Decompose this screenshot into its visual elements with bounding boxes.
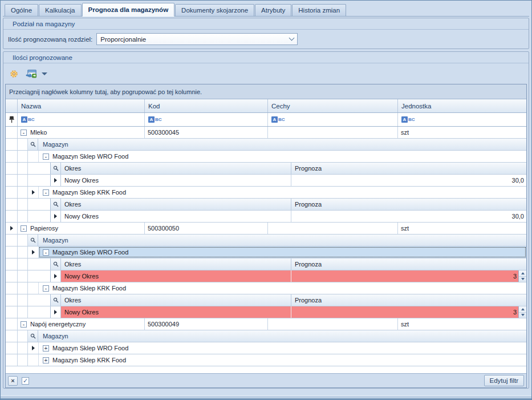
column-header-jednostka[interactable]: Jednostka bbox=[398, 99, 526, 112]
column-header-row: Nazwa Kod Cechy Jednostka bbox=[6, 99, 526, 113]
row-indicator-icon bbox=[28, 187, 39, 198]
magnifier-icon bbox=[28, 235, 38, 246]
tab-kalkulacja[interactable]: Kalkulacja bbox=[39, 4, 81, 16]
chevron-down-icon bbox=[289, 35, 295, 41]
product-row-napoj-energetyczny[interactable]: -Napój energetyczny 500300049 szt bbox=[6, 318, 526, 330]
filter-enabled-checkbox[interactable]: ✓ bbox=[22, 377, 29, 385]
filter-pin-icon[interactable] bbox=[6, 113, 18, 126]
forecast-groupbox: Ilości prognozowane bbox=[3, 51, 529, 389]
period-name: Nowy Okres bbox=[61, 306, 291, 318]
collapse-icon[interactable]: - bbox=[21, 225, 27, 232]
band-header-magazyn[interactable]: Magazyn bbox=[28, 235, 526, 246]
subcolumn-header-okres[interactable]: Okres bbox=[61, 199, 291, 210]
warehouse-row-krk-food-collapsed[interactable]: +Magazyn Sklep KRK Food bbox=[6, 354, 526, 366]
clear-filter-button[interactable]: × bbox=[8, 376, 18, 386]
toolbar-dropdown-caret-icon[interactable] bbox=[42, 72, 47, 75]
band-header-magazyn[interactable]: Magazyn bbox=[28, 139, 526, 150]
spinner-up-button[interactable] bbox=[519, 306, 526, 313]
collapse-icon[interactable]: - bbox=[43, 249, 49, 256]
warehouse-name: Magazyn Sklep WRO Food bbox=[52, 249, 128, 256]
product-features bbox=[268, 127, 398, 138]
row-indicator-icon bbox=[28, 247, 39, 258]
warehouse-row-krk-food[interactable]: -Magazyn Sklep KRK Food bbox=[6, 282, 526, 294]
edit-filter-button[interactable]: Edytuj filtr bbox=[484, 375, 525, 386]
tab-dokumenty-skojarzone[interactable]: Dokumenty skojarzone bbox=[175, 4, 254, 16]
expand-icon[interactable]: + bbox=[43, 357, 49, 363]
product-row-mleko[interactable]: -Mleko 500300045 szt bbox=[6, 127, 526, 139]
value-spinner bbox=[518, 270, 526, 282]
product-features bbox=[268, 223, 398, 234]
warehouse-name: Magazyn Sklep KRK Food bbox=[52, 189, 126, 196]
subcolumn-header-okres[interactable]: Okres bbox=[61, 163, 291, 174]
collapse-icon[interactable]: - bbox=[43, 153, 49, 160]
subcolumn-header-okres[interactable]: Okres bbox=[61, 294, 291, 306]
tab-atrybuty[interactable]: Atrybuty bbox=[255, 4, 291, 16]
group-by-panel[interactable]: Przeciągnij nagłówek kolumny tutaj, aby … bbox=[6, 84, 526, 99]
row-indicator-gutter bbox=[6, 127, 18, 138]
subcolumn-header-prognoza[interactable]: Prognoza bbox=[291, 294, 526, 306]
product-name: Papierosy bbox=[30, 225, 58, 232]
spinner-down-button[interactable] bbox=[519, 313, 526, 318]
warehouse-name: Magazyn Sklep WRO Food bbox=[52, 345, 128, 351]
forecast-groupbox-title: Ilości prognozowane bbox=[3, 52, 529, 63]
column-header-nazwa[interactable]: Nazwa bbox=[18, 99, 145, 112]
export-grid-icon[interactable] bbox=[26, 70, 37, 78]
warehouse-row-wro-food[interactable]: -Magazyn Sklep WRO Food bbox=[6, 151, 526, 163]
forecast-value-editor[interactable]: 3 bbox=[291, 270, 526, 282]
filter-input-jednostka[interactable]: ABC bbox=[398, 113, 526, 126]
row-indicator-gutter bbox=[28, 282, 39, 294]
subcolumn-header-prognoza[interactable]: Prognoza bbox=[291, 199, 526, 210]
product-name: Napój energetyczny bbox=[30, 321, 86, 328]
tab-bar: Ogólne Kalkulacja Prognoza dla magazynów… bbox=[3, 2, 529, 17]
spinner-up-button[interactable] bbox=[519, 270, 526, 277]
division-groupbox-title: Podział na magazyny bbox=[3, 18, 529, 30]
collapse-icon[interactable]: - bbox=[21, 130, 27, 136]
row-indicator-gutter bbox=[28, 151, 39, 162]
product-row-papierosy[interactable]: -Papierosy 500300050 szt bbox=[6, 223, 526, 235]
filter-input-nazwa[interactable]: ABC bbox=[18, 113, 145, 126]
expand-icon[interactable]: + bbox=[43, 345, 49, 351]
distribution-combobox[interactable]: Proporcjonalnie bbox=[96, 33, 298, 45]
tab-ogolne[interactable]: Ogólne bbox=[5, 4, 38, 16]
forecast-value[interactable]: 30,0 bbox=[291, 211, 526, 222]
period-name: Nowy Okres bbox=[61, 175, 291, 186]
magnifier-icon bbox=[51, 258, 61, 270]
product-unit: szt bbox=[398, 223, 526, 234]
forecast-value[interactable]: 30,0 bbox=[291, 175, 526, 186]
period-row-alert[interactable]: Nowy Okres 3 bbox=[6, 270, 526, 282]
tab-historia-zmian[interactable]: Historia zmian bbox=[292, 4, 346, 16]
period-row[interactable]: Nowy Okres 30,0 bbox=[6, 211, 526, 223]
subcolumn-header-prognoza[interactable]: Prognoza bbox=[291, 163, 526, 174]
warehouse-row-wro-food-collapsed[interactable]: +Magazyn Sklep WRO Food bbox=[6, 342, 526, 354]
row-indicator-gutter bbox=[6, 318, 18, 330]
header-gutter bbox=[6, 99, 18, 112]
collapse-icon[interactable]: - bbox=[21, 321, 27, 328]
tab-prognoza-dla-magazynow[interactable]: Prognoza dla magazynów bbox=[82, 3, 175, 17]
gear-icon[interactable] bbox=[9, 69, 19, 79]
subcolumn-header-okres[interactable]: Okres bbox=[61, 258, 291, 270]
row-indicator-icon bbox=[51, 175, 61, 186]
warehouse-row-wro-food-selected[interactable]: -Magazyn Sklep WRO Food bbox=[6, 247, 526, 258]
spinner-down-button[interactable] bbox=[519, 277, 526, 282]
period-header-row: Okres Prognoza bbox=[6, 294, 526, 306]
column-header-cechy[interactable]: Cechy bbox=[268, 99, 398, 112]
window-bottom-chrome bbox=[1, 395, 531, 399]
value-spinner bbox=[518, 306, 526, 318]
column-header-kod[interactable]: Kod bbox=[145, 99, 268, 112]
forecast-toolbar bbox=[3, 63, 529, 84]
forecast-value-editor[interactable]: 3 bbox=[291, 306, 526, 318]
warehouse-row-krk-food[interactable]: -Magazyn Sklep KRK Food bbox=[6, 187, 526, 199]
filter-input-cechy[interactable]: ABC bbox=[268, 113, 398, 126]
filter-input-kod[interactable]: ABC bbox=[145, 113, 268, 126]
period-row-alert[interactable]: Nowy Okres 3 bbox=[6, 306, 526, 318]
collapse-icon[interactable]: - bbox=[43, 189, 49, 196]
collapse-icon[interactable]: - bbox=[43, 285, 49, 292]
period-name: Nowy Okres bbox=[61, 211, 291, 222]
filter-row: ABC ABC ABC ABC bbox=[6, 113, 526, 127]
warehouse-forecast-window: Ogólne Kalkulacja Prognoza dla magazynów… bbox=[0, 0, 532, 400]
period-row[interactable]: Nowy Okres 30,0 bbox=[6, 175, 526, 187]
row-indicator-icon bbox=[51, 306, 61, 318]
warehouse-name: Magazyn Sklep KRK Food bbox=[52, 357, 126, 363]
band-header-magazyn[interactable]: Magazyn bbox=[28, 330, 526, 342]
subcolumn-header-prognoza[interactable]: Prognoza bbox=[291, 258, 526, 270]
